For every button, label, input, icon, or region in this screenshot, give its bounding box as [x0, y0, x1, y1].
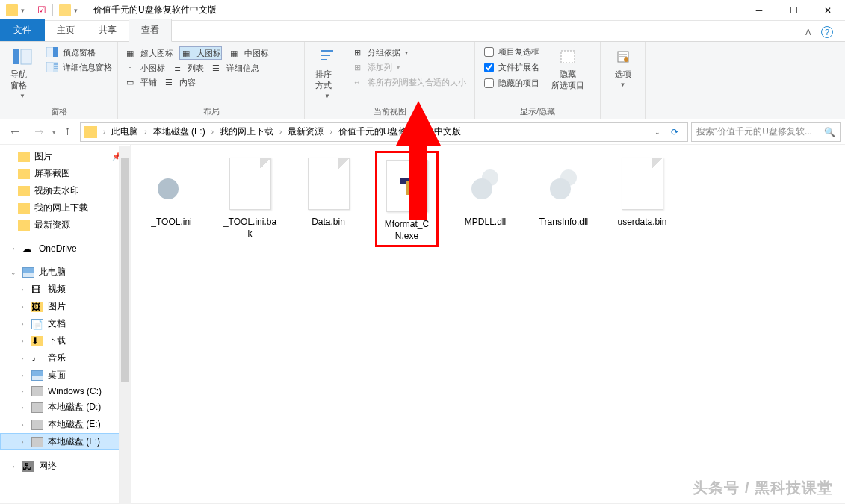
crumb[interactable]: 最新资源: [285, 124, 326, 140]
maximize-button[interactable]: ☐: [776, 0, 811, 21]
tree-item[interactable]: ›本地磁盘 (E:): [0, 416, 130, 433]
qat-down-icon[interactable]: ▾: [21, 7, 25, 14]
file-name: userdata.bin: [617, 217, 666, 228]
tree-item[interactable]: 屏幕截图: [0, 165, 130, 182]
tree-item[interactable]: ›桌面: [0, 367, 130, 384]
file-item[interactable]: _TOOL.ini: [140, 151, 203, 247]
forward-button: 🡒: [28, 122, 49, 142]
file-icon: [381, 156, 433, 216]
tree-network[interactable]: ›🖧网络: [0, 458, 130, 475]
file-item[interactable]: _TOOL.ini.bak: [218, 151, 282, 247]
file-item[interactable]: MPDLL.dll: [454, 151, 517, 247]
minimize-button[interactable]: ─: [742, 0, 776, 21]
svg-point-16: [624, 57, 628, 62]
view-tiles-button[interactable]: ▭平铺: [124, 76, 157, 88]
options-button[interactable]: 选项▼: [607, 45, 640, 90]
group-label-panes: 窗格: [6, 105, 111, 117]
ribbon-tabs: 文件 主页 共享 查看 ᐱ ?: [0, 21, 845, 42]
sidebar-scrollbar[interactable]: [119, 146, 131, 504]
view-medium-button[interactable]: ▦中图标: [228, 46, 269, 60]
tab-share[interactable]: 共享: [87, 19, 129, 41]
qat-dd-icon[interactable]: ▾: [74, 7, 78, 14]
crumb[interactable]: 此电脑: [108, 124, 141, 140]
ribbon: 导航窗格 ▼ 预览窗格 详细信息窗格 窗格 ▦超大图标 ▦大图标 ▦中图标 ▫小…: [0, 42, 845, 119]
file-name: MPDLL.dll: [465, 217, 506, 228]
view-xl-button[interactable]: ▦超大图标: [124, 46, 173, 60]
view-content-button[interactable]: ☰内容: [163, 76, 196, 88]
group-label-layout: 布局: [124, 105, 298, 117]
history-dropdown-icon[interactable]: ▾: [52, 128, 56, 136]
sort-button[interactable]: 排序方式▼: [311, 45, 344, 101]
view-details-button[interactable]: ☰详细信息: [210, 62, 259, 74]
tree-item[interactable]: ›📄文档: [0, 315, 130, 332]
tree-item[interactable]: 最新资源: [0, 217, 130, 234]
tree-thispc[interactable]: ⌄此电脑: [0, 264, 130, 281]
window-title: 价值千元的U盘修复软件中文版: [93, 4, 217, 16]
svg-rect-18: [406, 181, 409, 195]
group-by-button[interactable]: ⊞分组依据 ▾: [351, 46, 466, 58]
file-item[interactable]: TransInfo.dll: [532, 151, 595, 247]
nav-tree[interactable]: 图片📌 屏幕截图 视频去水印 我的网上下载 最新资源 ›☁OneDrive ⌄此…: [0, 145, 131, 503]
tree-item[interactable]: ›本地磁盘 (D:): [0, 399, 130, 416]
view-small-button[interactable]: ▫小图标: [124, 62, 165, 74]
folder-icon: [84, 126, 97, 138]
search-input[interactable]: 搜索"价值千元的U盘修复软... 🔍: [691, 122, 841, 142]
view-large-button[interactable]: ▦大图标: [179, 46, 222, 60]
tree-item[interactable]: ›🖼图片: [0, 298, 130, 315]
file-item[interactable]: Mformat_CN.exe: [375, 151, 439, 247]
ribbon-help: ᐱ ?: [802, 23, 836, 41]
address-box[interactable]: › 此电脑› 本地磁盘 (F:)› 我的网上下载› 最新资源› 价值千元的U盘修…: [80, 122, 688, 142]
tree-item[interactable]: 图片📌: [0, 148, 130, 165]
file-name: Mformat_CN.exe: [380, 219, 433, 242]
tab-home[interactable]: 主页: [45, 19, 87, 41]
svg-rect-0: [13, 49, 19, 64]
addressbar: 🡐 🡒 ▾ 🡑 › 此电脑› 本地磁盘 (F:)› 我的网上下载› 最新资源› …: [0, 119, 845, 145]
up-button[interactable]: 🡑: [59, 123, 77, 141]
addr-dropdown-icon[interactable]: ⌄: [654, 128, 660, 136]
view-list-button[interactable]: ≣列表: [171, 62, 204, 74]
tree-item[interactable]: ›⬇下载: [0, 332, 130, 349]
file-list[interactable]: _TOOL.ini_TOOL.ini.bakData.binMformat_CN…: [131, 145, 845, 503]
checkbox-item-checkboxes[interactable]: 项目复选框: [484, 46, 539, 57]
refresh-button[interactable]: ⟳: [665, 123, 684, 141]
nav-pane-button[interactable]: 导航窗格 ▼: [6, 45, 39, 101]
preview-pane-button[interactable]: 预览窗格: [46, 46, 112, 58]
checkbox-file-ext[interactable]: 文件扩展名: [484, 62, 539, 73]
tree-onedrive[interactable]: ›☁OneDrive: [0, 241, 130, 256]
back-button[interactable]: 🡐: [4, 122, 25, 142]
search-placeholder: 搜索"价值千元的U盘修复软...: [696, 125, 824, 138]
tab-file[interactable]: 文件: [0, 19, 45, 41]
crumb[interactable]: 本地磁盘 (F:): [150, 124, 208, 140]
file-name: TransInfo.dll: [539, 217, 589, 228]
folder-icon: [59, 4, 71, 16]
tree-item-selected[interactable]: ›本地磁盘 (F:): [0, 433, 130, 450]
file-name: Data.bin: [312, 217, 345, 228]
group-label-showhide: 显示/隐藏: [481, 105, 594, 117]
tab-view[interactable]: 查看: [129, 19, 172, 42]
group-label-current: 当前视图: [311, 105, 468, 117]
details-pane-button[interactable]: 详细信息窗格: [46, 61, 112, 73]
hide-selected-button[interactable]: 隐藏 所选项目: [547, 45, 589, 93]
svg-rect-5: [53, 62, 58, 72]
add-columns-button: ⊞添加列 ▾: [351, 61, 466, 73]
file-item[interactable]: Data.bin: [297, 151, 360, 247]
tree-item[interactable]: ›♪音乐: [0, 349, 130, 367]
tree-item[interactable]: ›🎞视频: [0, 281, 130, 298]
close-button[interactable]: ✕: [811, 0, 845, 21]
file-icon: [303, 154, 355, 214]
checkbox-hidden-items[interactable]: 隐藏的项目: [484, 78, 539, 89]
file-icon: [538, 154, 590, 214]
collapse-ribbon-icon[interactable]: ᐱ: [805, 28, 811, 37]
tree-item[interactable]: 视频去水印: [0, 182, 130, 199]
size-columns-button: ↔将所有列调整为合适的大小: [351, 76, 466, 88]
svg-marker-19: [410, 177, 416, 183]
help-icon[interactable]: ?: [821, 26, 833, 38]
qat-checkbox-icon[interactable]: ☑: [37, 4, 46, 16]
tree-item[interactable]: ›Windows (C:): [0, 384, 130, 399]
file-name: _TOOL.ini: [151, 217, 191, 228]
file-item[interactable]: userdata.bin: [610, 151, 674, 247]
crumb[interactable]: 我的网上下载: [217, 124, 276, 140]
tree-item[interactable]: 我的网上下载: [0, 199, 130, 217]
titlebar: ▾ ☑ ▾ 价值千元的U盘修复软件中文版 ─ ☐ ✕: [0, 0, 845, 21]
crumb[interactable]: 价值千元的U盘修复软件中文版: [335, 124, 465, 140]
